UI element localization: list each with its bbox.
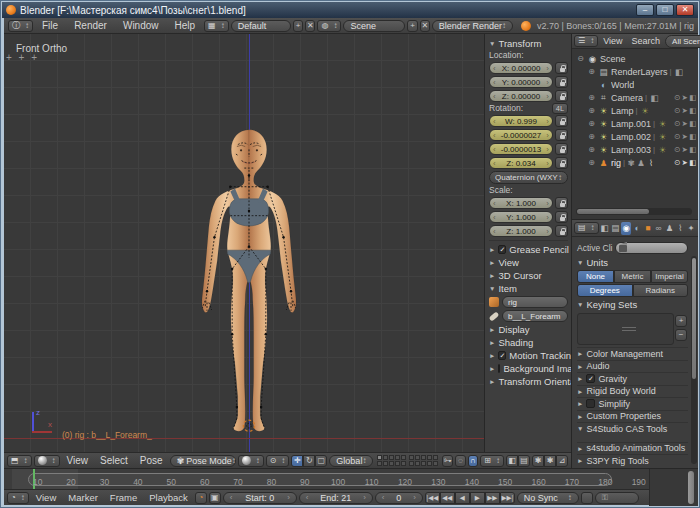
color-management-panel-header[interactable]: ►Color Management — [577, 347, 688, 360]
renderability-camera-icon[interactable]: ◧ — [689, 145, 696, 154]
outliner-row-lamp-002[interactable]: ⊕☀Lamp.002|☀⊙➤◧ — [576, 130, 696, 143]
rotation-z-field[interactable]: ‹Z: 0.034› — [489, 157, 553, 169]
scale-y-field[interactable]: ‹Y: 1.000› — [489, 211, 553, 223]
outliner-row-camera[interactable]: ⊕⌗Camera|◧⊙➤◧ — [576, 91, 696, 104]
rotate-manipulator-button[interactable]: ↻ — [303, 455, 315, 467]
pivot-point-dropdown[interactable]: ⊙↕ — [266, 455, 290, 467]
keying-set-field[interactable]: ⚿ — [595, 492, 639, 504]
properties-vertical-scrollbar[interactable] — [691, 256, 697, 464]
close-button[interactable]: ✕ — [676, 4, 694, 16]
visibility-eye-icon[interactable]: ⊙ — [674, 132, 680, 141]
tab-render-layers[interactable]: ▤ — [610, 222, 620, 235]
transform-orientations-panel-header[interactable]: ►Transform Orientation — [489, 375, 568, 388]
outliner-row-scene[interactable]: ⊖◉Scene — [576, 52, 696, 65]
lock-icon[interactable] — [555, 143, 568, 155]
renderability-camera-icon[interactable]: ◧ — [689, 93, 696, 102]
minimize-button[interactable]: – — [636, 4, 654, 16]
menu-help[interactable]: Help — [168, 18, 203, 33]
screen-layout-icon[interactable]: ▦↕ — [204, 20, 229, 32]
grease-pencil-panel-header[interactable]: ►✓Grease Pencil — [489, 243, 568, 256]
rotation-mode-select[interactable]: Quaternion (WXYZ)↕ — [489, 171, 568, 184]
keying-a-button[interactable]: ✱ — [532, 455, 544, 467]
visibility-eye-icon[interactable]: ⊙ — [674, 145, 680, 154]
menu-render[interactable]: Render — [67, 18, 114, 33]
lock-icon[interactable] — [555, 129, 568, 141]
prev-keyframe-button[interactable]: ◀◀ — [440, 492, 455, 504]
tab-bone[interactable]: ⌇ — [675, 222, 685, 235]
renderability-camera-icon[interactable]: ◧ — [689, 158, 696, 167]
editor-type-3dview-button[interactable]: ⬒↕ — [7, 455, 32, 467]
editor-type-properties-button[interactable]: ▤↕ — [574, 222, 599, 234]
outliner-menu-search[interactable]: Search — [628, 34, 665, 49]
menu-window[interactable]: Window — [116, 18, 166, 33]
auto-keyframe-record-button[interactable] — [581, 492, 593, 504]
maximize-button[interactable]: □ — [656, 4, 674, 16]
outliner-row-rig[interactable]: ⊕♟rig|✾♟⌇⊙➤◧ — [576, 156, 696, 169]
snap-element-dropdown[interactable]: ⊞↕ — [480, 455, 504, 467]
display-panel-header[interactable]: ►Display — [489, 323, 568, 336]
renderability-camera-icon[interactable]: ◧ — [689, 106, 696, 115]
degrees-button[interactable]: Degrees — [577, 284, 633, 297]
lock-icon[interactable] — [555, 115, 568, 127]
scale-manipulator-button[interactable]: ▢ — [315, 455, 327, 467]
visibility-eye-icon[interactable]: ⊙ — [674, 158, 680, 167]
timeline-menu-marker[interactable]: Marker — [63, 490, 103, 505]
simplify-panel-header[interactable]: ►Simplify — [577, 397, 688, 410]
visibility-eye-icon[interactable]: ⊙ — [674, 119, 680, 128]
outliner-filter-select[interactable]: All Scenes — [665, 35, 700, 48]
lock-icon[interactable] — [555, 90, 568, 102]
scale-z-field[interactable]: ‹Z: 1.000› — [489, 225, 553, 237]
lock-icon[interactable] — [555, 197, 568, 209]
editor-type-info-button[interactable]: ⓘ↕ — [8, 20, 33, 32]
audio-panel-header[interactable]: ►Audio — [577, 360, 688, 373]
selectability-arrow-icon[interactable]: ➤ — [682, 106, 688, 115]
tab-object-data[interactable]: ♟ — [665, 222, 675, 235]
scale-x-field[interactable]: ‹X: 1.000› — [489, 197, 553, 209]
render-still-button[interactable]: ◧ — [506, 455, 518, 467]
visibility-eye-icon[interactable]: ⊙ — [674, 93, 680, 102]
menu-pose[interactable]: Pose — [135, 453, 168, 468]
scene-field[interactable]: Scene — [343, 20, 405, 32]
outliner-row-lamp-003[interactable]: ⊕☀Lamp.003|☀⊙➤◧ — [576, 143, 696, 156]
proportional-edit-button[interactable]: ◌ — [455, 455, 466, 467]
jump-to-end-button[interactable]: ▶▶| — [500, 492, 515, 504]
translate-manipulator-button[interactable]: ✛ — [291, 455, 303, 467]
rotation-w-field[interactable]: ‹W: 0.999› — [489, 115, 553, 127]
region-expand-icons[interactable]: + + + — [6, 52, 39, 63]
selectability-arrow-icon[interactable]: ➤ — [682, 119, 688, 128]
screen-layout-field[interactable]: Default — [231, 20, 291, 32]
units-metric-button[interactable]: Metric — [614, 270, 651, 283]
bone-name-field[interactable]: b__L_Forearm — [502, 310, 568, 322]
units-none-button[interactable]: None — [577, 270, 614, 283]
background-images-panel-header[interactable]: ►Background Imag — [489, 362, 568, 375]
shading-mode-dropdown[interactable]: ↕ — [34, 455, 60, 467]
mode-select[interactable]: ✾ Pose Mode↕ — [170, 455, 236, 467]
lock-icon[interactable] — [555, 76, 568, 88]
lock-icon[interactable] — [555, 211, 568, 223]
timeline-corner-scroll[interactable] — [649, 469, 698, 506]
outliner-row-lamp[interactable]: ⊕☀Lamp|☀⊙➤◧ — [576, 104, 696, 117]
draw-mode-dropdown[interactable]: ↕ — [238, 455, 264, 467]
outliner-row-renderlayers[interactable]: ⊕▤RenderLayers|◧ — [576, 65, 696, 78]
keying-sets-panel-header[interactable]: ▼Keying Sets — [577, 298, 688, 311]
tab-scene[interactable]: ◉ — [621, 222, 631, 235]
renderability-camera-icon[interactable]: ◧ — [689, 119, 696, 128]
add-layout-button[interactable]: + — [293, 20, 303, 32]
outliner-row-lamp-001[interactable]: ⊕☀Lamp.001|☀⊙➤◧ — [576, 117, 696, 130]
transform-panel-header[interactable]: ▼Transform — [489, 37, 568, 50]
delete-scene-button[interactable]: ✕ — [420, 20, 430, 32]
scene-selector-icon[interactable]: ◍↕ — [317, 20, 341, 32]
lock-range-button[interactable]: ▣ — [209, 492, 221, 504]
play-button[interactable]: ▶ — [470, 492, 485, 504]
object-name-field[interactable]: rig — [502, 296, 568, 308]
rotation-y-field[interactable]: ‹-0.0000013› — [489, 143, 553, 155]
start-frame-field[interactable]: ‹Start: 0› — [223, 492, 297, 504]
s4studio-animation-tools-panel-header[interactable]: ►s4studio Animation Tools — [577, 442, 688, 455]
add-keying-set-button[interactable]: + — [675, 315, 687, 327]
menu-select[interactable]: Select — [95, 453, 133, 468]
item-panel-header[interactable]: ▼Item — [489, 282, 568, 295]
time-icon-button[interactable]: ◔ — [195, 492, 207, 504]
sync-mode-select[interactable]: No Sync↕ — [517, 492, 579, 504]
delete-layout-button[interactable]: ✕ — [305, 20, 315, 32]
tab-world[interactable]: ◐ — [632, 222, 642, 235]
